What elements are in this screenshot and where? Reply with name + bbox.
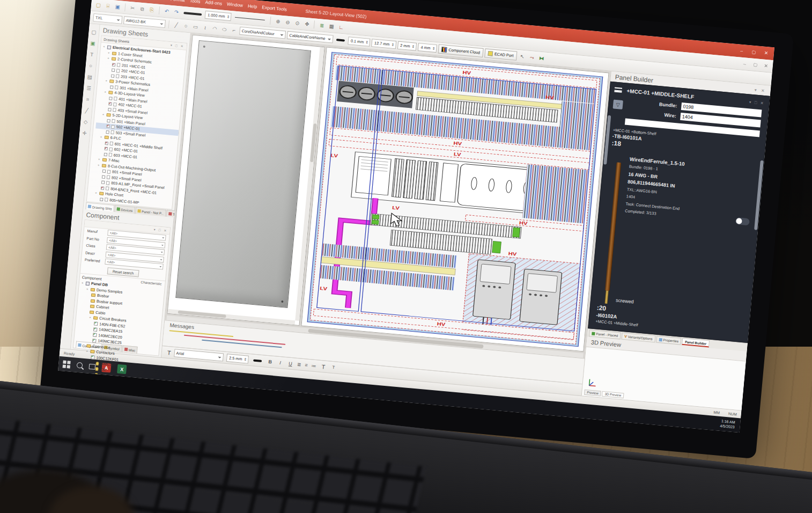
select-arrow-icon[interactable]: ↖ [518, 52, 527, 61]
text-color-swatch[interactable] [253, 359, 262, 362]
close-button[interactable] [763, 50, 770, 56]
align-left-icon[interactable]: ≣ [297, 362, 302, 368]
panel-header-buttons[interactable]: ▾ ⏍ ✕ [171, 43, 185, 48]
taskbar-clock[interactable]: 1:16 AM 4/5/2023 [720, 419, 736, 430]
task-toggle[interactable] [735, 217, 750, 225]
wire-route-icon[interactable]: ⤳ [528, 53, 536, 62]
child-restore-button[interactable] [752, 62, 759, 68]
pen-swatch[interactable] [336, 39, 345, 41]
menu-tools[interactable]: Tools [189, 0, 201, 4]
sheet-checkbox[interactable] [108, 108, 112, 112]
snap-spinner-2[interactable]: 2 mm [397, 41, 417, 51]
bold-button[interactable]: B [267, 357, 274, 365]
sheet-checkbox[interactable] [105, 142, 109, 145]
menu-format[interactable]: Format [170, 0, 185, 3]
ellipse-tool-icon[interactable]: ⬭ [220, 25, 228, 34]
cable-core-name-dropdown[interactable]: CableAndCoreName [287, 31, 334, 43]
pan-icon[interactable]: ✥ [302, 19, 311, 28]
expand-icon[interactable] [98, 157, 101, 162]
sheet-checkbox[interactable] [105, 147, 108, 151]
start-button-icon[interactable] [63, 360, 71, 368]
component-cloud-button[interactable]: Component Cloud [438, 45, 484, 58]
child-minimize-button[interactable] [741, 61, 749, 67]
text-upper-button[interactable]: T [320, 362, 327, 370]
tab-3d-preview[interactable]: 3D Preview [602, 391, 624, 399]
align-right-icon[interactable]: ≔ [311, 363, 317, 369]
panel-mini-buttons[interactable]: ▾ ⏍ ✕ [749, 100, 765, 106]
font-size-spinner[interactable]: 2.5 mm [226, 354, 249, 364]
ecad-port-button[interactable]: ECAD Port [484, 48, 517, 60]
circle-tool-icon[interactable]: ○ [182, 21, 190, 30]
zoom-extents-icon[interactable]: ⊙ [293, 19, 301, 27]
text-tool-icon[interactable]: T [88, 50, 95, 58]
panel-header-buttons[interactable]: ▾ ✕ [754, 87, 766, 93]
new-drawing-icon[interactable]: ▢ [94, 1, 102, 9]
sheet-checkbox[interactable] [106, 130, 109, 134]
zoom-in-icon[interactable]: ⊕ [274, 17, 282, 26]
expand-icon[interactable] [98, 163, 101, 167]
hatch-tool-icon[interactable]: ▤ [86, 73, 93, 80]
text-lower-button[interactable]: T [330, 363, 337, 371]
expand-icon[interactable] [82, 281, 85, 285]
cut-icon[interactable]: ✂ [128, 4, 137, 12]
sheet-checkbox[interactable] [110, 85, 114, 89]
dimension-tool-icon[interactable]: ✛ [81, 129, 88, 137]
expand-icon[interactable] [89, 316, 92, 320]
scrollbar-thumb[interactable] [310, 123, 317, 162]
minimize-button[interactable] [738, 48, 745, 54]
sheet-checkbox[interactable] [102, 170, 106, 173]
node-tool-icon[interactable]: ◇ [82, 118, 90, 126]
expand-icon[interactable] [86, 287, 90, 291]
link-icon[interactable]: ⧓ [537, 54, 546, 62]
menu-window[interactable]: Window [226, 1, 243, 8]
expand-icon[interactable] [100, 135, 103, 139]
spline-tool-icon[interactable]: ≀ [201, 23, 209, 32]
menu-export-tools[interactable]: Export Tools [262, 4, 287, 12]
list-tool-icon[interactable]: ☰ [85, 84, 92, 92]
text-tool-icon[interactable]: T [167, 349, 171, 356]
expand-icon[interactable] [86, 349, 89, 354]
arc-tool-icon[interactable]: ◠ [210, 24, 219, 33]
circle-draw-icon[interactable]: ○ [87, 62, 94, 69]
measure-tool-icon[interactable]: ⌗ [84, 96, 91, 103]
menu-addons[interactable]: Add-ons [205, 0, 222, 6]
line-width-spinner[interactable]: 0.1 mm [348, 36, 371, 47]
sheet-checkbox[interactable] [100, 197, 104, 201]
rectangle-tool-icon[interactable]: ▭ [191, 23, 200, 31]
align-center-icon[interactable]: ≡ [305, 362, 308, 368]
search-icon[interactable] [77, 362, 83, 369]
save-icon[interactable]: ▣ [113, 2, 122, 11]
expand-icon[interactable] [102, 112, 105, 116]
panel-header-buttons[interactable]: ▾ ⏍ ✕ [153, 228, 168, 233]
snap-spinner-1[interactable]: 12.7 mm [371, 39, 396, 49]
sheet-checkbox[interactable] [104, 153, 108, 157]
select-tool-icon[interactable]: ▢ [90, 28, 98, 36]
maximize-button[interactable] [750, 49, 758, 55]
zoom-out-icon[interactable]: ⊖ [283, 18, 292, 26]
menu-help[interactable]: Help [248, 3, 257, 10]
snap-spinner-3[interactable]: 4 mm [418, 43, 437, 53]
enclosure-2d-document[interactable] [167, 35, 324, 326]
collapse-icon[interactable] [103, 45, 106, 49]
sheet-checkbox[interactable] [101, 186, 105, 190]
redo-icon[interactable]: ↷ [172, 8, 181, 16]
ortho-icon[interactable]: ∟ [337, 23, 345, 31]
layout-2d-document[interactable]: HV [301, 47, 609, 352]
line-tool-icon[interactable]: ╱ [172, 20, 181, 29]
sheet-checkbox[interactable] [112, 63, 116, 67]
wire-type-dropdown[interactable]: TXL [93, 13, 122, 24]
open-drawing-icon[interactable]: ⌸ [104, 2, 112, 10]
paste-icon[interactable]: ⎘ [147, 5, 156, 14]
expand-icon[interactable] [104, 90, 107, 94]
sheet-checkbox[interactable] [112, 69, 115, 72]
scale-spinner[interactable]: 1.000 mm [205, 11, 232, 21]
expand-icon[interactable] [108, 50, 111, 55]
sheet-checkbox[interactable] [102, 175, 106, 179]
sheet-checkbox[interactable] [101, 181, 105, 185]
wire-gauge-dropdown[interactable]: AWG12-BK [123, 16, 166, 28]
grid-icon[interactable]: ▦ [327, 22, 336, 31]
sheet-checkbox[interactable] [108, 102, 112, 106]
line-draw-icon[interactable]: ╱ [83, 107, 91, 114]
menu-insert[interactable]: Insert [154, 0, 166, 1]
sheet-checkbox[interactable] [107, 119, 110, 123]
